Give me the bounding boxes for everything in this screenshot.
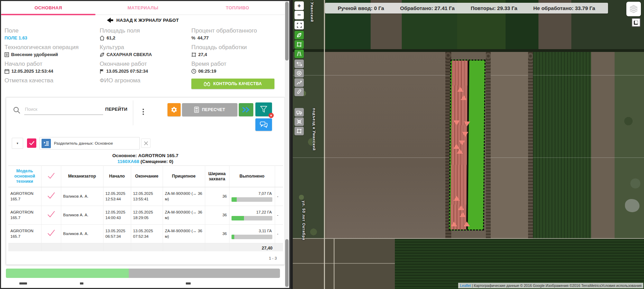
tab-materials[interactable]: МАТЕРИАЛЫ: [96, 1, 190, 15]
cell-end: 12.05.202518:29:05: [131, 206, 163, 225]
zoom-in-button[interactable]: +: [294, 1, 304, 10]
cell-check[interactable]: [41, 206, 61, 225]
scrollbar-thumb[interactable]: [285, 239, 289, 287]
fullscreen-button[interactable]: [294, 21, 304, 29]
expand-all-button[interactable]: [239, 103, 253, 116]
tab-bar: ОСНОВНАЯ МАТЕРИАЛЫ ТОПЛИВО: [1, 1, 285, 15]
cell-model: AGROTRON 165.7: [8, 187, 41, 206]
header-done[interactable]: Выполнено: [229, 166, 275, 187]
operation-value: Внесение удобрений: [11, 52, 58, 57]
separator-field[interactable]: Разделитель данных: Основное: [39, 137, 140, 150]
remove-separator-button[interactable]: [141, 138, 151, 148]
leaf-icon: [297, 33, 302, 38]
clipped-text-remnant: [19, 282, 27, 285]
coverage-layer-button[interactable]: [294, 40, 304, 49]
cell-implement: ZA-M-900\900 (↔ 36 м): [163, 225, 205, 243]
filter-clear-badge[interactable]: ✕: [269, 113, 274, 118]
direction-marker: [462, 132, 468, 137]
info-work-area: Площадь обработки 27,4: [191, 44, 287, 57]
terrain-patch: [293, 49, 644, 52]
cell-implement: ZA-M-900\900 (↔ 36 м): [163, 187, 205, 206]
work-details-panel: ОСНОВНАЯ МАТЕРИАЛЫ ТОПЛИВО НАЗАД К ЖУРНА…: [0, 0, 291, 289]
filter-button[interactable]: ✕: [255, 102, 272, 116]
coverage-stats-bar: Ручной ввод: 0 Га Обработано: 27.41 Га П…: [325, 3, 608, 13]
cell-model: AGROTRON 165.7: [8, 206, 41, 225]
ruler-pencil-icon: [297, 89, 302, 94]
area-value: 61,2: [107, 35, 115, 40]
terrain-patch: [528, 52, 533, 239]
measure-button[interactable]: [294, 88, 304, 96]
recalculate-button[interactable]: ПЕРЕСЧЕТ: [182, 103, 237, 116]
cell-start: 13.05.202506:57:34: [103, 225, 131, 243]
tab-fuel[interactable]: ТОПЛИВО: [190, 1, 285, 15]
agronomist-label: ФИО агронома: [100, 77, 191, 84]
map-attribution: Leaflet | Картографические данные © 2016…: [458, 283, 643, 288]
vehicle-plate-link[interactable]: 1160ХА68: [117, 159, 139, 164]
field-value[interactable]: ПОЛЕ 1.63: [4, 35, 27, 40]
layers-button[interactable]: [626, 2, 641, 16]
info-end: Окончание работ 13.05.2025 07:52:34: [100, 61, 191, 74]
scale-box-button[interactable]: [632, 18, 641, 27]
table-row[interactable]: AGROTRON 165.7 Валиков А. А. 12.05.20251…: [8, 187, 283, 206]
tab-main[interactable]: ОСНОВНАЯ: [1, 1, 96, 15]
chart-button[interactable]: [294, 78, 304, 87]
info-quality-mark: Отметка качества: [4, 77, 100, 89]
app-window: ОСНОВНАЯ МАТЕРИАЛЫ ТОПЛИВО НАЗАД К ЖУРНА…: [0, 0, 644, 289]
header-check[interactable]: [41, 166, 61, 187]
comments-button[interactable]: [255, 118, 272, 131]
satellite-map[interactable]: к Уманский подъезд к Уманский ул. 50 лет…: [293, 0, 644, 289]
track-layer-button[interactable]: [294, 49, 304, 58]
percent-value: 44,77: [198, 35, 209, 40]
go-button[interactable]: ПЕРЕЙТИ: [105, 107, 127, 112]
header-mechanizer[interactable]: Механизатор: [61, 166, 103, 187]
swap-direction-button[interactable]: [294, 60, 304, 68]
row-check-icon: [47, 210, 56, 218]
panel-scrollbar[interactable]: [285, 1, 289, 288]
field-bounds-button[interactable]: [294, 127, 304, 135]
table-row[interactable]: AGROTRON 165.7 Валиков А. А. 12.05.20251…: [8, 206, 283, 225]
field-coverage-overlay[interactable]: [449, 60, 486, 231]
header-width[interactable]: Ширина захвата: [205, 166, 229, 187]
start-value: 12.05.2025 12:53:44: [11, 69, 53, 74]
header-quality[interactable]: Ка: [275, 166, 283, 187]
overall-progress-bar[interactable]: [6, 269, 280, 278]
cell-width: 36: [205, 206, 229, 225]
header-start[interactable]: Начало: [103, 166, 131, 187]
info-agronomist: ФИО агронома: [100, 77, 191, 89]
settings-button[interactable]: [167, 103, 181, 116]
vehicle-group-title: Основное: AGROTRON 165.7 1160ХА68 (Смеще…: [6, 153, 284, 165]
cell-check[interactable]: [41, 225, 61, 243]
vehicle-tracking-button[interactable]: [294, 108, 304, 117]
back-to-journal-link[interactable]: НАЗАД К ЖУРНАЛУ РАБОТ: [1, 18, 285, 23]
dropdown-toggle-button[interactable]: ▼: [12, 138, 23, 149]
quality-control-button[interactable]: КОНТРОЛЬ КАЧЕСТВА: [191, 79, 274, 89]
header-implement[interactable]: Прицепное: [163, 166, 205, 187]
toolbar-divider: [133, 100, 133, 125]
search-input[interactable]: [24, 105, 103, 115]
operation-label: Технологическая операция: [4, 44, 100, 51]
cell-quality: -: [275, 206, 283, 225]
cell-check[interactable]: [41, 187, 61, 206]
pond: [625, 199, 640, 212]
header-model[interactable]: Модель основной техники: [8, 166, 41, 187]
work-records-table: Модель основной техники Механизатор Нача…: [8, 165, 283, 251]
vegetation-layer-button[interactable]: [294, 31, 304, 39]
header-end[interactable]: Окончание: [131, 166, 163, 187]
table-row[interactable]: AGROTRON 165.7 Валиков А. А. 13.05.20250…: [8, 225, 283, 243]
double-chevron-icon: [242, 107, 250, 112]
zoom-out-button[interactable]: −: [294, 11, 304, 19]
clear-selection-button[interactable]: [294, 69, 304, 78]
info-percent: Процент обработанного % 44,77: [191, 27, 287, 40]
scrollbar-thumb[interactable]: [285, 2, 289, 61]
gear-icon: [171, 106, 178, 113]
total-done: 27,40: [229, 243, 275, 252]
more-options-icon[interactable]: [139, 106, 147, 118]
field-link[interactable]: ПОЛЕ 1.63: [4, 35, 100, 40]
direction-marker: [459, 141, 465, 145]
time-label: Время работ: [191, 61, 287, 67]
leaflet-link[interactable]: Leaflet: [460, 283, 471, 288]
collapse-view-button[interactable]: [294, 117, 304, 126]
culture-label: Культура: [100, 44, 191, 51]
search-icon: [13, 107, 20, 114]
separator-checkbox[interactable]: [27, 138, 36, 148]
